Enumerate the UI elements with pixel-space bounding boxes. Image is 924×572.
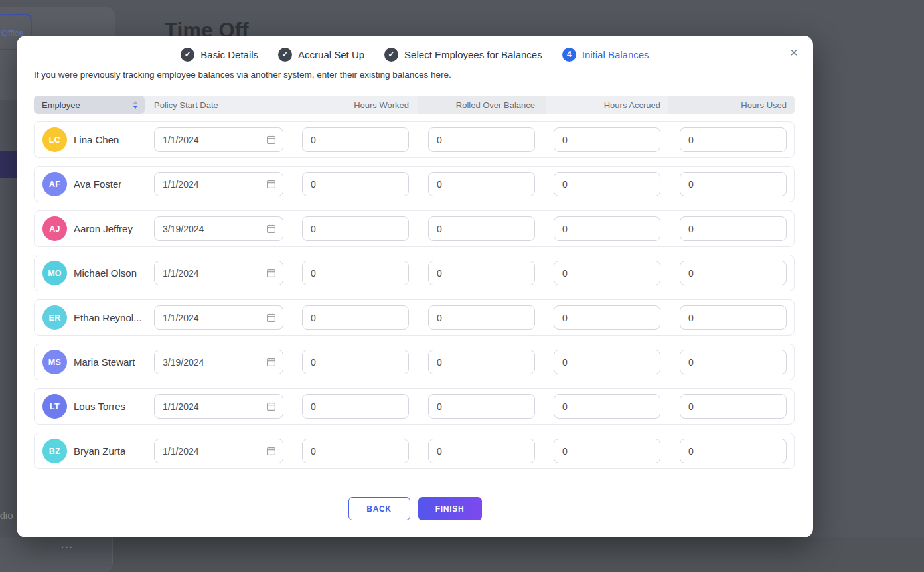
employee-cell: LT Lous Torres [35,394,154,419]
step-basic-details[interactable]: ✓ Basic Details [181,48,258,62]
background-logo-text: klio [0,510,13,521]
column-header-hours-accrued: Hours Accrued [554,100,660,110]
hours-used-input[interactable] [680,305,787,330]
employee-name: Lous Torres [74,401,125,412]
calendar-icon [266,135,276,145]
employee-cell: MO Michael Olson [35,261,154,285]
employee-name: Michael Olson [74,267,137,279]
date-value: 1/1/2024 [163,268,199,279]
date-value: 1/1/2024 [163,135,199,145]
policy-start-date-field[interactable]: 1/1/2024 [154,261,283,285]
table-header: Employee Policy Start Date Hours Worked … [34,96,795,114]
table-row: BZ Bryan Zurta 1/1/2024 [34,433,795,469]
modal-description: If you were previously tracking employee… [34,70,451,80]
check-icon: ✓ [278,48,292,62]
policy-start-date-field[interactable]: 1/1/2024 [154,394,283,419]
hours-used-input[interactable] [680,172,787,196]
rolled-over-balance-input[interactable] [428,394,535,419]
policy-start-date-field[interactable]: 1/1/2024 [154,439,283,463]
hours-accrued-input[interactable] [554,172,660,196]
column-header-rolled-over-balance: Rolled Over Balance [428,100,535,110]
hours-worked-input[interactable] [302,127,409,152]
table-row: MS Maria Stewart 3/19/2024 [34,344,795,380]
rolled-over-balance-input[interactable] [428,439,535,463]
calendar-icon [266,313,276,322]
employee-cell: MS Maria Stewart [35,350,154,374]
avatar: MS [42,350,67,374]
step-accrual-set-up[interactable]: ✓ Accrual Set Up [278,48,364,62]
policy-start-date-field[interactable]: 3/19/2024 [154,350,283,374]
rolled-over-balance-input[interactable] [428,350,535,374]
step-label: Initial Balances [582,49,649,60]
hours-used-input[interactable] [680,216,787,241]
column-label: Employee [42,100,80,110]
avatar: ER [42,305,67,330]
employee-name: Maria Stewart [74,356,135,368]
calendar-icon [266,446,276,456]
rolled-over-balance-input[interactable] [428,216,535,241]
column-header-hours-worked: Hours Worked [302,100,409,110]
hours-worked-input[interactable] [302,439,409,463]
date-value: 1/1/2024 [163,313,199,323]
employee-cell: LC Lina Chen [35,127,154,152]
step-label: Select Employees for Balances [404,49,542,60]
policy-start-date-field[interactable]: 1/1/2024 [154,127,283,152]
employee-cell: ER Ethan Reynol... [35,305,154,330]
avatar: BZ [42,439,67,463]
rolled-over-balance-input[interactable] [428,261,535,285]
hours-worked-input[interactable] [302,394,409,419]
wizard-stepper: ✓ Basic Details ✓ Accrual Set Up ✓ Selec… [17,44,813,65]
hours-worked-input[interactable] [302,172,409,196]
date-value: 1/1/2024 [163,401,199,412]
hours-worked-input[interactable] [302,216,409,241]
check-icon: ✓ [181,48,194,62]
policy-start-date-field[interactable]: 1/1/2024 [154,172,283,196]
calendar-icon [266,401,276,411]
employee-name: Lina Chen [74,134,119,145]
hours-worked-input[interactable] [302,350,409,374]
date-value: 1/1/2024 [163,446,199,457]
hours-accrued-input[interactable] [554,439,660,463]
table-row: LT Lous Torres 1/1/2024 [34,388,795,425]
hours-accrued-input[interactable] [554,350,660,374]
step-select-employees[interactable]: ✓ Select Employees for Balances [384,48,542,62]
table-row: AJ Aaron Jeffrey 3/19/2024 [34,210,795,247]
sidebar-selected-item [0,151,17,178]
step-initial-balances[interactable]: 4 Initial Balances [562,48,649,62]
rolled-over-balance-input[interactable] [428,172,535,196]
table-row: AF Ava Foster 1/1/2024 [34,166,795,202]
hours-used-input[interactable] [680,127,787,152]
calendar-icon [266,357,276,367]
calendar-icon [266,179,276,189]
table-row: MO Michael Olson 1/1/2024 [34,255,795,291]
initial-balances-modal: × ✓ Basic Details ✓ Accrual Set Up ✓ Sel… [17,36,813,537]
hours-used-input[interactable] [680,439,787,463]
rolled-over-balance-input[interactable] [428,127,535,152]
hours-used-input[interactable] [680,350,787,374]
balance-rows: LC Lina Chen 1/1/2024 AF Ava Foster 1 [34,121,795,477]
hours-accrued-input[interactable] [554,216,660,241]
policy-start-date-field[interactable]: 3/19/2024 [154,216,283,241]
column-header-employee-sort[interactable]: Employee [34,96,145,114]
back-button[interactable]: BACK [348,497,410,520]
table-row: LC Lina Chen 1/1/2024 [34,121,795,158]
modal-footer: BACK FINISH [17,497,813,520]
background-tab-label: Office [1,28,24,38]
policy-start-date-field[interactable]: 1/1/2024 [154,305,283,330]
sort-icon [133,101,138,109]
rolled-over-balance-input[interactable] [428,305,535,330]
column-header-policy-start-date: Policy Start Date [154,100,283,110]
hours-accrued-input[interactable] [554,261,660,285]
hours-accrued-input[interactable] [554,394,660,419]
step-number-icon: 4 [562,48,576,62]
avatar: LT [42,394,67,419]
hours-accrued-input[interactable] [554,127,660,152]
employee-name: Aaron Jeffrey [74,223,133,234]
hours-used-input[interactable] [680,261,787,285]
finish-button[interactable]: FINISH [418,497,482,520]
calendar-icon [266,224,276,234]
hours-worked-input[interactable] [302,305,409,330]
hours-accrued-input[interactable] [554,305,660,330]
hours-used-input[interactable] [680,394,787,419]
hours-worked-input[interactable] [302,261,409,285]
